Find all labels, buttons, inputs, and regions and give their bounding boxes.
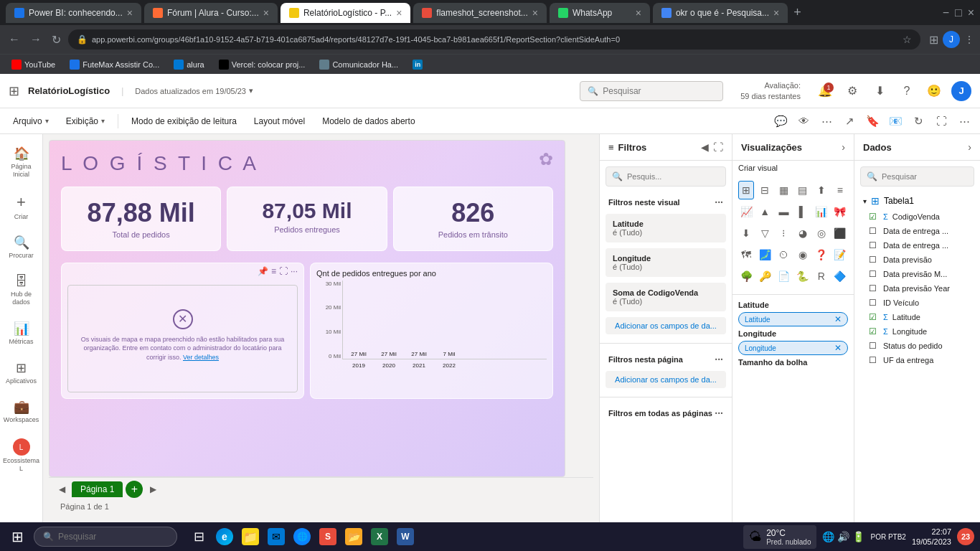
bookmark-youtube[interactable]: YouTube xyxy=(6,58,61,71)
bookmark-futemax[interactable]: FuteMax Assistir Co... xyxy=(64,58,165,71)
weather-widget[interactable]: 🌤 20°C Pred. nublado xyxy=(743,525,816,549)
page-tab-1[interactable]: Página 1 xyxy=(72,481,123,497)
taskbar-lang[interactable]: POR PTB2 xyxy=(870,533,905,541)
filters-expand-icon[interactable]: ⛶ xyxy=(713,141,723,153)
sidebar-item-create[interactable]: + Criar xyxy=(3,187,40,227)
minimize-button[interactable]: − xyxy=(943,6,949,19)
bookmark-icon[interactable]: 🔖 xyxy=(862,111,882,131)
windows-start-button[interactable]: ⊞ xyxy=(6,525,29,548)
viz-btn-r[interactable]: R xyxy=(814,267,829,286)
filter-all-dots[interactable]: ··· xyxy=(715,408,723,419)
viz-btn-card[interactable]: ▦ xyxy=(776,181,791,199)
viz-btn-treemap[interactable]: ⬛ xyxy=(832,224,848,242)
data-field-codigvenda[interactable]: ☑ Σ CodigoVenda xyxy=(854,209,980,224)
bookmark-vercel[interactable]: Vercel: colocar proj... xyxy=(213,58,311,71)
menu-more-icon[interactable]: ⋯ xyxy=(816,111,837,131)
viz-expand-icon[interactable]: › xyxy=(842,141,845,153)
settings-button[interactable]: ⚙ xyxy=(842,81,862,101)
data-field-uf[interactable]: ☐ UF da entrega xyxy=(854,353,980,367)
more-options-icon[interactable]: ⋯ xyxy=(954,111,974,131)
taskbar-app-edge2[interactable]: 🌐 xyxy=(291,525,314,548)
viz-btn-paginated[interactable]: 📄 xyxy=(776,267,791,286)
bookmark-linkedin[interactable]: in xyxy=(407,58,428,71)
viz-btn-multirow[interactable]: ▤ xyxy=(795,181,811,199)
viz-btn-funnel[interactable]: ▽ xyxy=(757,224,773,242)
page-add-button[interactable]: + xyxy=(126,481,143,498)
download-button[interactable]: ⬇ xyxy=(870,81,890,101)
viz-btn-key-influencers[interactable]: 🔑 xyxy=(757,267,773,286)
data-field-latitude[interactable]: ☑ Σ Latitude xyxy=(854,310,980,324)
filter-search-input[interactable] xyxy=(627,172,726,181)
viz-btn-area[interactable]: ▲ xyxy=(757,202,773,221)
settings-icon[interactable]: ⋮ xyxy=(964,34,974,45)
taskbar-app-word[interactable]: W xyxy=(394,525,417,548)
tab-close-whatsapp[interactable]: × xyxy=(636,7,641,19)
pbi-search-input[interactable] xyxy=(603,86,715,96)
viz-btn-qna[interactable]: ❓ xyxy=(814,245,829,264)
filter-add-page-button[interactable]: Adicionar os campos de da... xyxy=(606,371,726,388)
field-pill-latitude-close[interactable]: ✕ xyxy=(834,314,842,324)
feedback-button[interactable]: 🙂 xyxy=(924,81,944,101)
forward-button[interactable]: → xyxy=(27,30,44,49)
dots-icon[interactable]: ··· xyxy=(291,266,298,276)
battery-taskbar-icon[interactable]: 🔋 xyxy=(852,531,864,542)
taskbar-app-taskview[interactable]: ⊟ xyxy=(187,525,210,548)
help-button[interactable]: ? xyxy=(897,81,917,101)
sidebar-item-ecossistema[interactable]: L Ecossistema L xyxy=(3,433,40,479)
data-field-previsao[interactable]: ☐ Data previsão xyxy=(854,253,980,267)
new-tab-button[interactable]: + xyxy=(793,5,801,20)
viz-btn-gauge[interactable]: ⏲ xyxy=(776,245,791,264)
tab-alura[interactable]: Fórum | Alura - Curso:... × xyxy=(144,3,278,23)
profile-button[interactable]: J xyxy=(943,31,960,48)
tab-powerbi[interactable]: Power BI: conhecendo... × xyxy=(6,3,141,23)
viz-btn-decomp[interactable]: 🌳 xyxy=(738,267,754,286)
maximize-button[interactable]: □ xyxy=(955,6,962,19)
viz-btn-map[interactable]: 🗺 xyxy=(738,245,754,264)
sidebar-item-metrics[interactable]: 📊 Métricas xyxy=(3,315,40,352)
page-next-button[interactable]: ▶ xyxy=(146,482,160,496)
taskbar-search-input[interactable] xyxy=(58,532,168,542)
viz-btn-azure-maps[interactable]: 🔷 xyxy=(832,267,848,286)
bookmark-star-icon[interactable]: ☆ xyxy=(903,34,912,45)
back-button[interactable]: ← xyxy=(6,30,23,49)
tab-whatsapp[interactable]: WhatsApp × xyxy=(550,3,650,23)
viz-btn-bar[interactable]: ▬ xyxy=(776,202,791,221)
notifications-button[interactable]: 🔔 1 xyxy=(815,81,835,101)
filter-card-codigvenda[interactable]: Soma de CodigoVenda é (Tudo) xyxy=(606,283,726,311)
tab-close-alura[interactable]: × xyxy=(263,7,269,19)
viz-btn-column[interactable]: ▌ xyxy=(795,202,811,221)
volume-icon[interactable]: 🔊 xyxy=(837,531,849,542)
filter-search-box[interactable]: 🔍 xyxy=(606,166,726,187)
share-icon[interactable]: ↗ xyxy=(839,111,859,131)
close-button[interactable]: × xyxy=(968,6,974,19)
sidebar-item-home[interactable]: 🏠 Página Inicial xyxy=(3,140,40,184)
pin-icon[interactable]: 📌 xyxy=(258,266,268,276)
taskbar-app-email[interactable]: ✉ xyxy=(265,525,288,548)
sidebar-item-search[interactable]: 🔍 Procurar xyxy=(3,229,40,265)
page-prev-button[interactable]: ◀ xyxy=(55,482,69,496)
pbi-avatar[interactable]: J xyxy=(951,81,971,101)
viz-btn-waterfall[interactable]: ⬇ xyxy=(738,224,754,242)
tab-close-relatorio[interactable]: × xyxy=(396,7,402,19)
filter-page-dots[interactable]: ··· xyxy=(715,354,723,365)
viz-btn-ribbon[interactable]: 🎀 xyxy=(832,202,848,221)
comment-icon[interactable]: 💬 xyxy=(771,111,791,131)
filter-card-latitude[interactable]: Latitude é (Tudo) xyxy=(606,214,726,242)
data-field-previsao-year[interactable]: ☐ Data previsão Year xyxy=(854,281,980,296)
viz-btn-table[interactable]: ⊞ xyxy=(738,181,754,199)
taskbar-app-excel[interactable]: X xyxy=(368,525,391,548)
filter-add-visual-button[interactable]: Adicionar os campos de da... xyxy=(606,317,726,334)
tab-close-okr[interactable]: × xyxy=(773,7,779,19)
viz-btn-filled-map[interactable]: 🗾 xyxy=(757,245,773,264)
data-expand-icon[interactable]: › xyxy=(968,141,971,153)
viz-btn-kpi[interactable]: ⬆ xyxy=(814,181,829,199)
taskbar-app-edge[interactable]: e xyxy=(213,525,236,548)
viz-btn-slicer[interactable]: ≡ xyxy=(832,181,848,199)
subscribe-icon[interactable]: 📧 xyxy=(885,111,905,131)
notification-count-badge[interactable]: 23 xyxy=(957,528,974,545)
field-pill-longitude-close[interactable]: ✕ xyxy=(834,343,842,353)
network-icon[interactable]: 🌐 xyxy=(822,531,834,542)
viz-btn-line[interactable]: 📈 xyxy=(738,202,754,221)
filter-card-longitude[interactable]: Longitude é (Tudo) xyxy=(606,248,726,277)
field-pill-latitude[interactable]: Latitude ✕ xyxy=(738,312,848,326)
